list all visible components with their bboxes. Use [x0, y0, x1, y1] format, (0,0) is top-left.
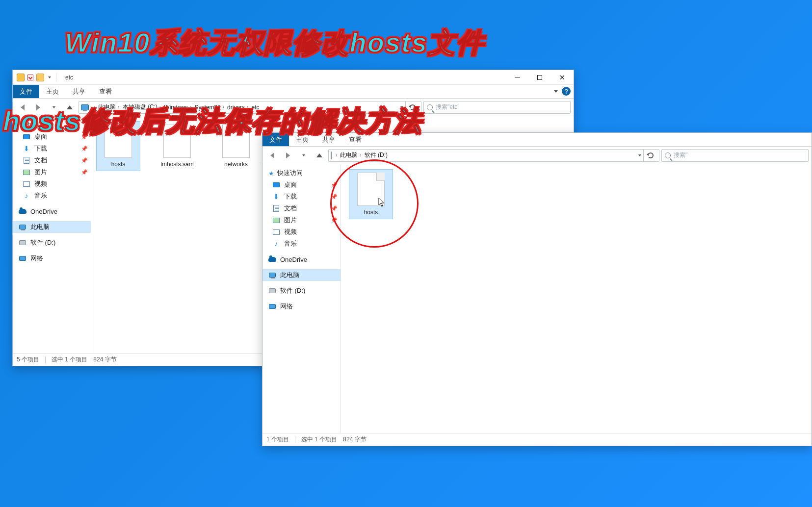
nav-up-button[interactable]: [313, 149, 326, 162]
nav-network[interactable]: 网络: [262, 301, 341, 312]
status-size: 824 字节: [343, 435, 366, 444]
search-icon: [665, 152, 671, 158]
nav-documents[interactable]: 文档📌: [262, 203, 341, 214]
search-placeholder: 搜索": [674, 151, 687, 159]
navigation-pane[interactable]: ★快速访问 桌面📌 ⬇下载📌 文档📌 图片📌 视频 ♪音乐 OneDrive 此…: [13, 116, 91, 353]
explorer-window-d-drive: 文件 主页 共享 查看 › 此电脑› 软件 (D:) 搜索" ★快速访问 桌面📌…: [262, 132, 812, 446]
search-placeholder: 搜索"etc": [436, 103, 460, 111]
qat-dropdown-icon[interactable]: [47, 75, 52, 80]
nav-downloads[interactable]: ⬇下载📌: [262, 191, 341, 203]
crumb-this-pc[interactable]: 此电脑›: [340, 151, 363, 159]
file-list[interactable]: hosts: [341, 164, 812, 433]
status-selection: 选中 1 个项目: [52, 355, 87, 364]
nav-documents[interactable]: 文档📌: [13, 154, 91, 166]
ribbon-expand-icon[interactable]: [553, 89, 559, 95]
crumb-d-drive[interactable]: 软件 (D:): [365, 151, 388, 159]
nav-videos[interactable]: 视频: [262, 226, 341, 238]
drive-icon: [331, 152, 332, 159]
minimize-button[interactable]: [506, 70, 528, 85]
tab-home[interactable]: 主页: [39, 85, 66, 98]
nav-quick-access[interactable]: ★快速访问: [262, 167, 341, 179]
nav-this-pc[interactable]: 此电脑: [13, 221, 91, 233]
close-button[interactable]: ✕: [551, 70, 574, 85]
nav-this-pc[interactable]: 此电脑: [262, 269, 341, 281]
folder-icon: [17, 74, 25, 81]
tab-share[interactable]: 共享: [66, 85, 92, 98]
nav-onedrive[interactable]: OneDrive: [13, 205, 91, 217]
status-size: 824 字节: [93, 355, 116, 364]
nav-software-d[interactable]: 软件 (D:): [13, 237, 91, 249]
nav-back-button[interactable]: [265, 149, 279, 162]
nav-downloads[interactable]: ⬇下载📌: [13, 143, 91, 154]
maximize-button[interactable]: [528, 70, 551, 85]
navigation-pane[interactable]: ★快速访问 桌面📌 ⬇下载📌 文档📌 图片📌 视频 ♪音乐 OneDrive 此…: [262, 164, 341, 433]
search-icon: [427, 104, 433, 110]
nav-software-d[interactable]: 软件 (D:): [262, 285, 341, 297]
nav-videos[interactable]: 视频: [13, 178, 91, 190]
tab-view[interactable]: 查看: [92, 85, 119, 98]
cursor-icon: [378, 198, 385, 207]
separator: [56, 73, 56, 82]
titlebar[interactable]: etc ✕: [13, 70, 574, 85]
nav-network[interactable]: 网络: [13, 253, 91, 264]
nav-forward-button[interactable]: [281, 149, 295, 162]
window-title: etc: [65, 74, 73, 81]
nav-music[interactable]: ♪音乐: [262, 238, 341, 250]
overlay-title-2: hosts修改后无法保存的解决方法: [3, 103, 422, 140]
file-hosts[interactable]: hosts: [349, 169, 393, 219]
qat-folder-icon[interactable]: [36, 74, 44, 81]
refresh-button[interactable]: [643, 149, 657, 162]
search-input[interactable]: 搜索"etc": [423, 101, 571, 114]
address-dropdown-icon[interactable]: [637, 153, 642, 158]
help-icon[interactable]: ?: [562, 87, 571, 96]
address-bar[interactable]: › 此电脑› 软件 (D:): [328, 149, 659, 162]
ribbon-tabs: 文件 主页 共享 查看 ?: [13, 85, 574, 99]
address-bar-row: › 此电脑› 软件 (D:) 搜索": [262, 147, 812, 164]
file-label: hosts: [100, 161, 137, 168]
nav-music[interactable]: ♪音乐: [13, 190, 91, 202]
status-bar: 1 个项目 选中 1 个项目 824 字节: [262, 433, 812, 446]
search-input[interactable]: 搜索": [661, 149, 809, 162]
status-item-count: 5 个项目: [17, 355, 39, 364]
nav-pictures[interactable]: 图片📌: [262, 214, 341, 226]
qat-icon[interactable]: [27, 75, 33, 80]
file-label: lmhosts.sam: [158, 161, 196, 168]
nav-pictures[interactable]: 图片📌: [13, 166, 91, 178]
file-label: hosts: [352, 209, 390, 216]
file-label: networks: [217, 161, 255, 168]
status-item-count: 1 个项目: [266, 435, 289, 444]
status-selection: 选中 1 个项目: [301, 435, 337, 444]
nav-desktop[interactable]: 桌面📌: [262, 179, 341, 191]
nav-onedrive[interactable]: OneDrive: [262, 254, 341, 265]
tab-file[interactable]: 文件: [13, 85, 39, 98]
nav-recent-dropdown[interactable]: [297, 149, 311, 162]
overlay-title-1: Win10系统无权限修改hosts文件: [65, 25, 485, 62]
